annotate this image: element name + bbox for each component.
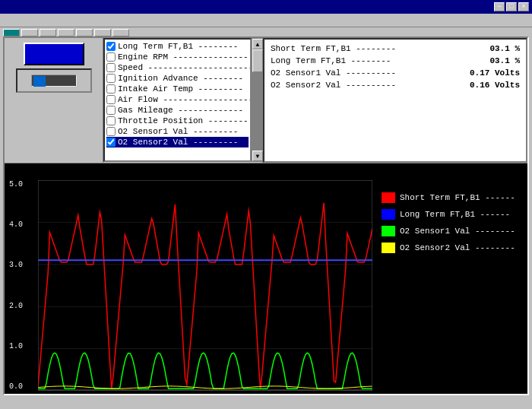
checkbox-9[interactable] [106, 138, 116, 147]
checkbox-item-4[interactable]: Intake Air Temp --------- [106, 84, 249, 94]
tab-logx6[interactable] [94, 29, 111, 36]
legend-item-0: Short Term FT,B1 ------ [382, 192, 521, 203]
y-axis-label-2: 3.0 [9, 261, 23, 269]
close-button[interactable]: × [518, 2, 529, 11]
graph-canvas [38, 180, 372, 391]
legend-label-1: Long Term FT,B1 ------ [400, 210, 510, 219]
top-panel: Long Term FT,B1 --------Engine RPM -----… [5, 38, 527, 163]
checkbox-item-3[interactable]: Ignition Advance -------- [106, 73, 249, 84]
checkbox-label-1: Engine RPM --------------- [118, 52, 249, 62]
scroll-up-arrow[interactable]: ▲ [252, 39, 263, 49]
graph-content: 5.04.03.02.01.00.0 Short Term FT,B1 ----… [5, 177, 527, 394]
checkbox-label-6: Gas Mileage ------------- [118, 106, 243, 115]
tab-graphlog[interactable] [58, 29, 74, 36]
menu-help[interactable] [40, 15, 46, 25]
main-content: Long Term FT,B1 --------Engine RPM -----… [3, 36, 529, 395]
reading-value-0: 03.1 % [489, 44, 520, 53]
graph-canvas-wrapper: 5.04.03.02.01.00.0 [38, 180, 372, 391]
tab-afr[interactable] [40, 29, 56, 36]
y-axis-label-1: 4.0 [9, 220, 23, 229]
checkbox-item-0[interactable]: Long Term FT,B1 -------- [106, 41, 249, 52]
legend-label-3: O2 Sensor2 Val -------- [400, 243, 515, 252]
checkbox-item-7[interactable]: Throttle Position -------- [106, 116, 249, 126]
tabs-row [0, 27, 532, 36]
toggle-track[interactable] [31, 75, 77, 87]
checkbox-0[interactable] [106, 42, 116, 51]
checkbox-label-9: O2 Sensor2 Val --------- [118, 138, 238, 147]
reading-line-2: O2 Sensor1 Val ----------0.17 Volts [271, 67, 520, 79]
reading-value-2: 0.17 Volts [470, 68, 520, 78]
checkbox-label-8: O2 Sensor1 Val --------- [118, 127, 238, 136]
y-axis-label-3: 2.0 [9, 302, 23, 310]
legend-item-3: O2 Sensor2 Val -------- [382, 243, 521, 253]
checkbox-5[interactable] [106, 95, 116, 104]
checkbox-item-8[interactable]: O2 Sensor1 Val --------- [106, 126, 249, 137]
menu-vincal[interactable] [15, 15, 21, 25]
checkbox-label-2: Speed --------------------- [118, 63, 252, 72]
scroll-down-arrow[interactable]: ▼ [252, 151, 263, 161]
scrollbar-vertical[interactable]: ▲ ▼ [252, 38, 262, 162]
minimize-button[interactable]: − [494, 2, 505, 11]
checkbox-item-2[interactable]: Speed --------------------- [106, 62, 249, 73]
checkbox-label-7: Throttle Position -------- [118, 116, 249, 125]
checkbox-label-5: Air Flow ------------------- [118, 95, 252, 104]
reading-label-1: Long Term FT,B1 -------- [271, 56, 391, 65]
window-controls: − □ × [494, 2, 529, 11]
title-bar: − □ × [0, 0, 532, 14]
checkbox-item-9[interactable]: O2 Sensor2 Val --------- [106, 137, 249, 147]
checkbox-label-0: Long Term FT,B1 -------- [118, 42, 238, 51]
menu-file[interactable] [3, 15, 9, 25]
y-axis-label-5: 0.0 [9, 382, 23, 391]
checkbox-item-5[interactable]: Air Flow ------------------- [106, 94, 249, 105]
tab-main[interactable] [21, 29, 38, 36]
checkbox-panel: Long Term FT,B1 --------Engine RPM -----… [103, 38, 263, 163]
scroll-track [252, 49, 261, 151]
readings-panel: Short Term FT,B1 --------03.1 %Long Term… [263, 38, 527, 163]
checkbox-4[interactable] [106, 84, 116, 94]
checkbox-1[interactable] [106, 52, 116, 62]
y-axis-label-4: 1.0 [9, 342, 23, 350]
legend-color-0 [382, 192, 395, 203]
menu-bar [0, 14, 532, 27]
reading-line-3: O2 Sensor2 Val ----------0.16 Volts [271, 79, 520, 91]
y-axis-labels: 5.04.03.02.01.00.0 [9, 180, 23, 391]
legend-label-2: O2 Sensor1 Val -------- [400, 227, 515, 236]
reading-line-1: Long Term FT,B1 --------03.1 % [271, 55, 520, 67]
legend-color-3 [382, 243, 395, 253]
checkbox-6[interactable] [106, 106, 116, 115]
checkbox-item-6[interactable]: Gas Mileage ------------- [106, 105, 249, 116]
checkbox-label-4: Intake Air Temp --------- [118, 84, 243, 94]
data-log-section [16, 68, 92, 93]
reading-value-1: 03.1 % [489, 56, 520, 65]
checkbox-3[interactable] [106, 74, 116, 83]
checkbox-7[interactable] [106, 116, 116, 125]
graph-legend: Short Term FT,B1 ------Long Term FT,B1 -… [375, 177, 527, 394]
legend-label-0: Short Term FT,B1 ------ [400, 193, 515, 202]
graph-section: 5.04.03.02.01.00.0 Short Term FT,B1 ----… [5, 163, 527, 394]
reading-value-3: 0.16 Volts [470, 81, 520, 90]
left-controls [5, 38, 103, 163]
stop-button[interactable] [24, 43, 84, 65]
legend-color-2 [382, 226, 395, 236]
checkbox-2[interactable] [106, 63, 116, 72]
legend-item-2: O2 Sensor1 Val -------- [382, 226, 521, 236]
legend-color-1 [382, 209, 395, 220]
scroll-thumb[interactable] [252, 49, 263, 72]
y-axis-label-0: 5.0 [9, 180, 23, 189]
reading-label-0: Short Term FT,B1 -------- [271, 44, 396, 53]
reading-line-0: Short Term FT,B1 --------03.1 % [271, 43, 520, 55]
tab-communication[interactable] [3, 29, 20, 36]
toggle-knob [33, 76, 46, 87]
tab-battery[interactable] [112, 29, 129, 36]
checkbox-list: Long Term FT,B1 --------Engine RPM -----… [103, 38, 252, 162]
reading-label-2: O2 Sensor1 Val ---------- [271, 68, 396, 78]
maximize-button[interactable]: □ [506, 2, 517, 11]
legend-item-1: Long Term FT,B1 ------ [382, 209, 521, 220]
checkbox-label-3: Ignition Advance -------- [118, 74, 243, 83]
checkbox-item-1[interactable]: Engine RPM --------------- [106, 52, 249, 62]
menu-options[interactable] [27, 15, 33, 25]
tab-dash[interactable] [76, 29, 93, 36]
reading-label-3: O2 Sensor2 Val ---------- [271, 81, 396, 90]
checkbox-8[interactable] [106, 127, 116, 136]
